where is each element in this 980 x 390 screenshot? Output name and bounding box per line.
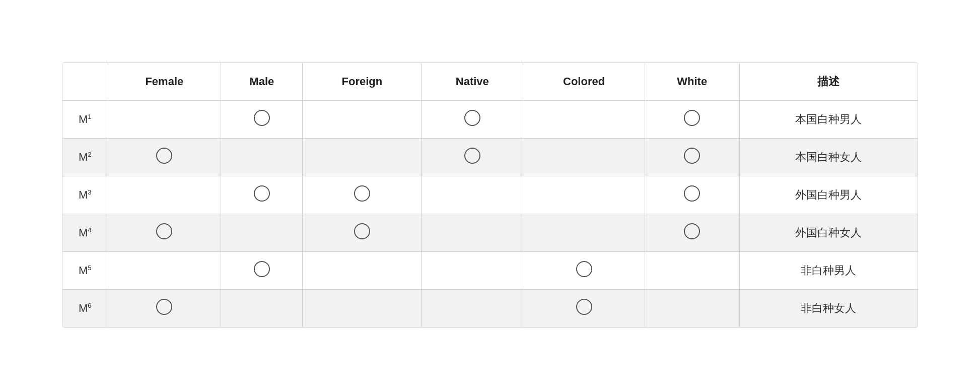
cell-foreign (303, 176, 422, 214)
table-row: M3外国白种男人 (62, 176, 918, 214)
cell-female (108, 252, 221, 290)
table-row: M2本国白种女人 (62, 139, 918, 176)
cell-foreign (303, 252, 422, 290)
table-row: M5非白种男人 (62, 252, 918, 290)
header-colored: Colored (523, 63, 645, 101)
cell-colored (523, 139, 645, 176)
circle-icon (576, 299, 592, 315)
cell-description: 本国白种男人 (739, 101, 918, 139)
cell-colored (523, 290, 645, 328)
circle-icon (464, 110, 480, 126)
cell-female (108, 139, 221, 176)
row-label: M6 (62, 290, 108, 328)
header-id (62, 63, 108, 101)
cell-description: 非白种女人 (739, 290, 918, 328)
cell-native (422, 290, 523, 328)
cell-foreign (303, 101, 422, 139)
cell-male (221, 139, 303, 176)
header-native: Native (422, 63, 523, 101)
circle-icon (354, 185, 370, 202)
cell-white (645, 290, 739, 328)
circle-icon (684, 110, 700, 126)
header-description: 描述 (739, 63, 918, 101)
header-foreign: Foreign (303, 63, 422, 101)
main-table-container: Female Male Foreign Native Colored White… (62, 62, 918, 328)
cell-colored (523, 214, 645, 252)
cell-white (645, 139, 739, 176)
table-body: M1本国白种男人M2本国白种女人M3外国白种男人M4外国白种女人M5非白种男人M… (62, 101, 918, 328)
cell-description: 外国白种女人 (739, 214, 918, 252)
table-row: M6非白种女人 (62, 290, 918, 328)
cell-foreign (303, 290, 422, 328)
cell-foreign (303, 139, 422, 176)
cell-colored (523, 176, 645, 214)
cell-female (108, 176, 221, 214)
cell-native (422, 101, 523, 139)
row-label: M1 (62, 101, 108, 139)
circle-icon (464, 148, 480, 164)
cell-female (108, 290, 221, 328)
cell-native (422, 176, 523, 214)
row-label: M2 (62, 139, 108, 176)
cell-white (645, 214, 739, 252)
row-label: M4 (62, 214, 108, 252)
cell-colored (523, 101, 645, 139)
circle-icon (684, 185, 700, 202)
cell-female (108, 101, 221, 139)
cell-white (645, 176, 739, 214)
cell-description: 非白种男人 (739, 252, 918, 290)
row-label: M5 (62, 252, 108, 290)
circle-icon (254, 261, 270, 277)
table-row: M4外国白种女人 (62, 214, 918, 252)
cell-description: 本国白种女人 (739, 139, 918, 176)
table-header-row: Female Male Foreign Native Colored White… (62, 63, 918, 101)
cell-white (645, 252, 739, 290)
circle-icon (156, 148, 172, 164)
cell-native (422, 139, 523, 176)
cell-white (645, 101, 739, 139)
circle-icon (576, 261, 592, 277)
header-male: Male (221, 63, 303, 101)
cell-description: 外国白种男人 (739, 176, 918, 214)
cell-native (422, 252, 523, 290)
cell-native (422, 214, 523, 252)
cell-male (221, 290, 303, 328)
header-white: White (645, 63, 739, 101)
circle-icon (684, 148, 700, 164)
table-row: M1本国白种男人 (62, 101, 918, 139)
circle-icon (254, 110, 270, 126)
circle-icon (684, 223, 700, 239)
data-table: Female Male Foreign Native Colored White… (62, 63, 918, 327)
cell-female (108, 214, 221, 252)
cell-colored (523, 252, 645, 290)
cell-foreign (303, 214, 422, 252)
cell-male (221, 214, 303, 252)
cell-male (221, 101, 303, 139)
circle-icon (156, 223, 172, 239)
row-label: M3 (62, 176, 108, 214)
header-female: Female (108, 63, 221, 101)
cell-male (221, 176, 303, 214)
circle-icon (354, 223, 370, 239)
cell-male (221, 252, 303, 290)
circle-icon (254, 185, 270, 202)
circle-icon (156, 299, 172, 315)
